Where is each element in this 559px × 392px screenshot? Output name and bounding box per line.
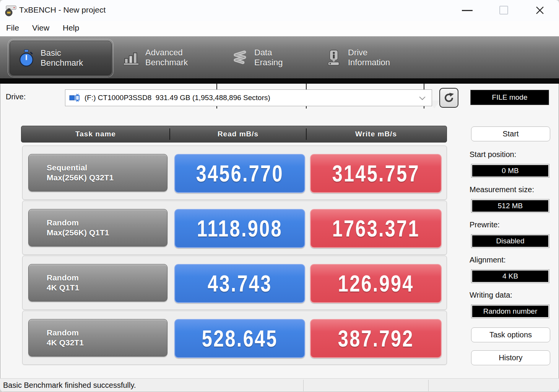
- task-line2: Max(256K) Q32T1: [47, 173, 167, 183]
- write-value: 1763.371: [310, 209, 442, 248]
- header-write: Write mB/s: [306, 130, 446, 138]
- stopwatch-icon: [18, 49, 35, 67]
- task-line2: Max(256K) Q1T1: [47, 228, 167, 238]
- refresh-button[interactable]: [439, 88, 458, 108]
- read-value: 43.743: [174, 264, 305, 303]
- task-line2: 4K Q1T1: [47, 283, 167, 293]
- read-value-text: 43.743: [208, 270, 272, 297]
- header-task-name: Task name: [21, 130, 170, 138]
- read-value-text: 3456.770: [196, 160, 283, 187]
- tab-label-line1: Advanced: [145, 48, 188, 58]
- status-message: Basic Benchmark finished successfully.: [3, 381, 136, 390]
- read-value: 528.645: [174, 319, 305, 358]
- toolbar: Basic Benchmark Advanced Benchmark D: [0, 36, 559, 78]
- status-bar: Basic Benchmark finished successfully.: [0, 378, 559, 392]
- file-mode-button[interactable]: FILE mode: [470, 90, 549, 105]
- drive-select-value: (F:) CT1000P3SSD8 931.49 GB (1,953,488,8…: [84, 94, 270, 102]
- field-value-writing-data[interactable]: Random number: [471, 305, 549, 318]
- window-title: TxBENCH - New project: [19, 5, 106, 15]
- bar-chart-icon: [122, 49, 140, 66]
- tab-data-erasing[interactable]: Data Erasing: [224, 41, 300, 75]
- table-header: Task name Read mB/s Write mB/s: [21, 126, 447, 143]
- tab-drive-information[interactable]: Drive Information: [317, 41, 419, 75]
- menu-item-file[interactable]: File: [6, 23, 19, 32]
- drive-icon: [69, 93, 81, 102]
- write-value: 126.994: [310, 264, 442, 303]
- tab-advanced-benchmark[interactable]: Advanced Benchmark: [115, 41, 210, 75]
- drive-info-icon: [325, 49, 343, 66]
- tab-label-line2: Benchmark: [41, 58, 83, 68]
- read-value-text: 1118.908: [197, 215, 283, 242]
- menu-bar: File View Help: [0, 21, 559, 36]
- field-label-alignment: Alignment:: [470, 256, 506, 264]
- field-value-start-position[interactable]: 0 MB: [471, 164, 549, 178]
- write-value-text: 3145.757: [332, 160, 419, 187]
- header-separator: [169, 128, 170, 140]
- table-row: Random Max(256K) Q1T1 1118.908 1763.371: [22, 201, 447, 255]
- field-label-prewrite: Prewrite:: [470, 220, 500, 229]
- tab-basic-benchmark[interactable]: Basic Benchmark: [10, 41, 112, 75]
- eraser-icon: [231, 49, 249, 66]
- tab-label-line1: Data Erasing: [254, 48, 300, 68]
- write-value-text: 1763.371: [332, 215, 419, 242]
- app-icon: [5, 5, 17, 16]
- header-read: Read mB/s: [170, 130, 306, 138]
- field-label-start-position: Start position:: [470, 150, 516, 159]
- tab-label: Basic Benchmark: [41, 48, 83, 68]
- task-name-button[interactable]: Random 4K Q1T1: [28, 264, 167, 301]
- menu-item-help[interactable]: Help: [63, 23, 79, 32]
- start-button[interactable]: Start: [471, 126, 550, 141]
- task-name-button[interactable]: Sequential Max(256K) Q32T1: [28, 154, 167, 191]
- table-row: Random 4K Q32T1 528.645 387.792: [22, 311, 447, 365]
- drive-select[interactable]: (F:) CT1000P3SSD8 931.49 GB (1,953,488,8…: [65, 89, 432, 106]
- task-options-button[interactable]: Task options: [471, 327, 550, 342]
- tab-label-line1: Drive: [348, 48, 390, 58]
- task-line1: Random: [47, 218, 167, 228]
- write-value: 3145.757: [310, 154, 442, 193]
- task-line1: Random: [47, 273, 167, 283]
- table-row: Random 4K Q1T1 43.743 126.994: [22, 256, 447, 310]
- header-separator: [306, 128, 307, 140]
- close-button[interactable]: [534, 5, 546, 16]
- tab-label: Data Erasing: [254, 48, 300, 68]
- tab-label-line2: Benchmark: [145, 58, 188, 68]
- status-bar-separator: [303, 380, 304, 391]
- task-line2: 4K Q32T1: [47, 338, 167, 348]
- field-value-measurement-size[interactable]: 512 MB: [471, 199, 549, 213]
- maximize-button[interactable]: [499, 6, 508, 15]
- status-bar-separator: [428, 380, 429, 391]
- toolbar-bottom-strip: [0, 78, 559, 84]
- read-value: 3456.770: [174, 154, 305, 193]
- task-line1: Sequential: [47, 163, 167, 173]
- task-name-button[interactable]: Random Max(256K) Q1T1: [28, 209, 167, 246]
- tab-label: Drive Information: [348, 48, 390, 68]
- refresh-icon: [443, 92, 455, 104]
- read-value: 1118.908: [174, 209, 305, 248]
- drive-label: Drive:: [6, 92, 26, 101]
- write-value-text: 387.792: [338, 325, 414, 352]
- menu-item-view[interactable]: View: [32, 23, 49, 32]
- field-label-measurement-size: Measurement size:: [470, 185, 534, 194]
- write-value-text: 126.994: [338, 270, 414, 297]
- field-label-writing-data: Writing data:: [470, 291, 512, 300]
- tab-label-line1: Basic: [41, 48, 83, 58]
- field-value-prewrite[interactable]: Disabled: [471, 234, 549, 248]
- task-line1: Random: [47, 328, 167, 338]
- task-name-button[interactable]: Random 4K Q32T1: [28, 319, 167, 356]
- write-value: 387.792: [310, 319, 442, 358]
- read-value-text: 528.645: [202, 325, 278, 352]
- chevron-down-icon: [419, 96, 426, 100]
- field-value-alignment[interactable]: 4 KB: [471, 269, 549, 283]
- table-row: Sequential Max(256K) Q32T1 3456.770 3145…: [22, 146, 447, 200]
- application-window: TxBENCH - New project File View Help Bas…: [0, 0, 559, 392]
- tab-label-line2: Information: [348, 58, 390, 68]
- history-button[interactable]: History: [471, 350, 550, 365]
- title-bar: TxBENCH - New project: [0, 0, 559, 21]
- minimize-button[interactable]: [462, 10, 473, 11]
- tab-label: Advanced Benchmark: [145, 48, 188, 68]
